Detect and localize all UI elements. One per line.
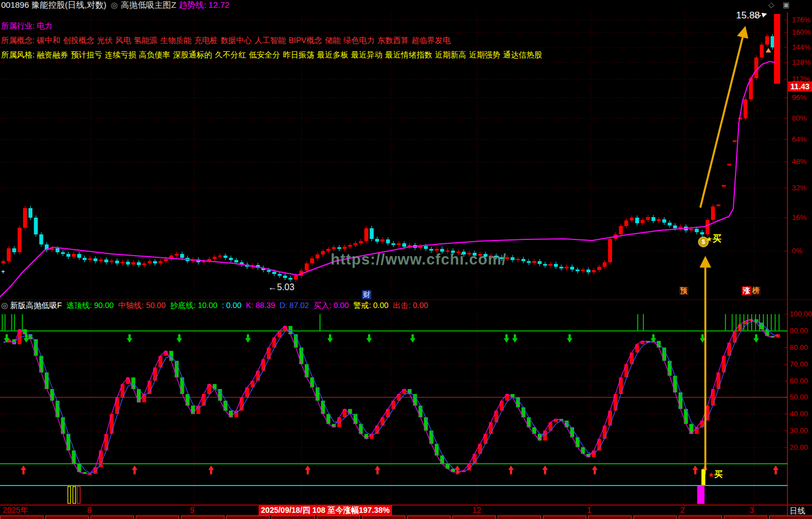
info-tag[interactable]: 储能 <box>325 36 341 45</box>
info-tag[interactable]: 连续亏损 <box>105 50 136 59</box>
x-axis-month: 8 <box>87 506 92 515</box>
info-tag[interactable]: 近期强势 <box>469 50 500 59</box>
main-y-tick: 144% <box>792 43 810 51</box>
info-row-0: 所属行业: 电力 <box>1 21 55 31</box>
toolbar-cell[interactable] <box>317 516 360 519</box>
toolbar-cell[interactable] <box>407 516 451 519</box>
indicator-param: 出击: 0.00 <box>393 301 428 310</box>
x-axis-month: 2 <box>680 506 685 515</box>
toolbar-cell[interactable] <box>0 516 44 519</box>
toolbar-cell[interactable] <box>633 516 677 519</box>
indicator-params: 逃顶线: 90.00中轴线: 50.00抄底线: 10.00: 0.00K: 8… <box>66 301 433 310</box>
main-y-tick: 48% <box>792 157 806 166</box>
event-tag-预[interactable]: 预 <box>679 286 689 295</box>
buy-signal-main: ★买 <box>706 233 722 245</box>
toolbar-cell[interactable] <box>679 516 722 519</box>
main-y-tick: 32% <box>792 184 806 192</box>
low-price-label: ←5.03 <box>268 282 294 292</box>
buy-label: 买 <box>713 234 722 243</box>
main-y-tick: 16% <box>792 213 806 222</box>
info-tag[interactable]: 风电 <box>116 36 131 45</box>
info-tag[interactable]: 东数西算 <box>378 36 409 45</box>
info-row-label: 所属风格: <box>1 50 37 59</box>
collapse-icon[interactable]: ◎ <box>111 1 117 9</box>
info-tag[interactable]: 超临界发电 <box>412 36 451 45</box>
main-y-tick: 64% <box>792 135 806 143</box>
info-tag[interactable]: 最近异动 <box>351 50 383 59</box>
main-y-tick: 160% <box>792 28 810 36</box>
toolbar-cell[interactable] <box>724 516 767 519</box>
info-tag[interactable]: 电力 <box>37 21 52 30</box>
event-tag-榜[interactable]: 榜 <box>751 286 761 295</box>
period-label[interactable]: 日线 <box>790 506 805 516</box>
info-tag[interactable]: 生物质能 <box>160 36 192 45</box>
info-tag[interactable]: 通达信热股 <box>503 50 542 59</box>
indicator-y-tick: 30.00 <box>790 426 808 435</box>
indicator-header: ◎新版高抛低吸F逃顶线: 90.00中轴线: 50.00抄底线: 10.00: … <box>1 301 437 311</box>
info-tag[interactable]: 最近多板 <box>317 50 348 59</box>
info-tag[interactable]: 近期新高 <box>435 50 466 59</box>
info-tag[interactable]: 碳中和 <box>37 36 60 45</box>
x-axis-month: 9 <box>190 506 194 515</box>
toolbar-cell[interactable] <box>271 516 315 519</box>
info-tag[interactable]: 久不分红 <box>215 50 246 59</box>
selected-date-box: 2025/09/18/四 108 至今涨幅197.38% <box>259 505 392 516</box>
main-y-tick: 96% <box>792 93 806 102</box>
info-tag[interactable]: 融资融券 <box>37 50 68 59</box>
indicator-y-tick: 20.00 <box>790 443 808 451</box>
trading-terminal: 001896 豫能控股(日线,对数)◎高抛低吸主图Z 趋势线: 12.72 ◇ … <box>0 0 812 519</box>
event-tag-涨[interactable]: 涨 <box>742 286 751 295</box>
info-tag[interactable]: 低安全分 <box>249 50 280 59</box>
toolbar-cell[interactable] <box>543 516 586 519</box>
indicator-param: : 0.00 <box>222 301 241 310</box>
toolbar-cell[interactable] <box>45 516 89 519</box>
main-indicator-name[interactable]: 高抛低吸主图Z <box>121 0 176 9</box>
indicator-param: 逃顶线: 90.00 <box>66 301 114 310</box>
toolbar-cell[interactable] <box>362 516 405 519</box>
info-tag[interactable]: 绿色电力 <box>343 36 375 45</box>
info-tag[interactable]: 预计扭亏 <box>71 50 102 59</box>
bottom-toolbar-clipped[interactable] <box>0 516 812 519</box>
info-tag[interactable]: 充电桩 <box>194 36 218 45</box>
toolbar-cell[interactable] <box>136 516 179 519</box>
toolbar-cell[interactable] <box>181 516 225 519</box>
info-tag[interactable]: 人工智能 <box>255 36 286 45</box>
info-tag[interactable]: 高负债率 <box>139 50 170 59</box>
info-tag[interactable]: 深股通标的 <box>173 50 212 59</box>
toolbar-cell[interactable] <box>90 516 134 519</box>
star-icon: ★ <box>708 471 714 479</box>
indicator-y-tick: 90.00 <box>790 326 808 335</box>
info-row-2: 所属风格: 融资融券预计扭亏连续亏损高负债率深股通标的久不分红低安全分昨日振荡最… <box>1 50 545 60</box>
info-tag[interactable]: 昨日振荡 <box>283 50 314 59</box>
watermark: https://www.cfchi.com/ <box>331 251 507 268</box>
info-tag[interactable]: 氢能源 <box>134 36 157 45</box>
toolbar-cell[interactable] <box>226 516 270 519</box>
indicator-y-tick: 40.00 <box>790 410 808 418</box>
main-y-tick: 0% <box>792 247 803 255</box>
indicator-y-tick: 60.00 <box>790 377 808 385</box>
event-tag-财[interactable]: 财 <box>362 290 371 299</box>
collapse-icon[interactable]: ◎ <box>1 301 8 310</box>
info-tag[interactable]: 最近情绪指数 <box>385 50 432 59</box>
high-price-label: 15.88 <box>736 10 760 21</box>
main-y-tick: 112% <box>792 75 810 83</box>
info-row-1: 所属概念: 碳中和创投概念光伏风电氢能源生物质能充电桩数据中心人工智能BIPV概… <box>1 36 453 46</box>
buy-label: 买 <box>714 469 723 479</box>
title-bar: 001896 豫能控股(日线,对数)◎高抛低吸主图Z 趋势线: 12.72 <box>1 0 230 11</box>
main-y-tick: 80% <box>792 114 806 122</box>
x-axis-month: 12 <box>472 506 481 515</box>
toolbar-cell[interactable] <box>498 516 541 519</box>
info-tag[interactable]: 光伏 <box>97 36 113 45</box>
info-row-label: 所属概念: <box>1 36 37 45</box>
info-tag[interactable]: 创投概念 <box>63 36 94 45</box>
indicator-param: 警戒: 0.00 <box>353 301 388 310</box>
toolbar-cell[interactable] <box>452 516 496 519</box>
main-y-tick: 176% <box>792 16 810 24</box>
info-tag[interactable]: BIPV概念 <box>289 36 322 45</box>
toolbar-cell[interactable] <box>769 516 812 519</box>
window-corner-icons[interactable]: ◇ ▣ <box>768 1 793 9</box>
indicator-name[interactable]: 新版高抛低吸F <box>10 301 62 310</box>
toolbar-cell[interactable] <box>588 516 632 519</box>
indicator-param: K: 88.39 <box>246 301 275 310</box>
info-tag[interactable]: 数据中心 <box>221 36 252 45</box>
